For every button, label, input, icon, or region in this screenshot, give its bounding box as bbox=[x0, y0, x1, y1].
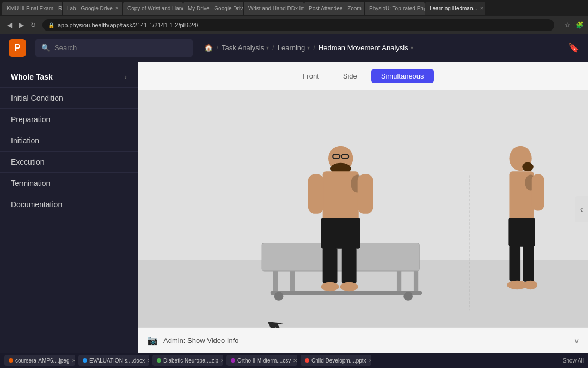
svg-rect-32 bbox=[523, 245, 534, 282]
taskbar-item-3[interactable]: Ortho II Midterm....csv ✕ bbox=[226, 355, 297, 366]
home-icon: 🏠 bbox=[204, 44, 213, 52]
tab-2-label: Lab - Google Drive bbox=[67, 5, 113, 11]
forward-button[interactable]: ▶ bbox=[16, 20, 26, 30]
tab-6-close[interactable]: ✕ bbox=[364, 5, 364, 11]
sidebar-initial-condition-label: Initial Condition bbox=[11, 94, 63, 102]
taskbar-close-0[interactable]: ✕ bbox=[72, 358, 76, 364]
address-bar: ◀ ▶ ↻ 🔒 app.physiou.health/app/task/2141… bbox=[0, 16, 588, 34]
tab-2-close[interactable]: ✕ bbox=[115, 5, 119, 11]
breadcrumb-sep-1: / bbox=[216, 44, 218, 52]
tab-7[interactable]: PhysioU: Top-rated Phy... ✕ bbox=[365, 2, 425, 15]
video-scene-svg bbox=[138, 91, 588, 328]
video-container: ‹ bbox=[138, 91, 588, 328]
sidebar-termination-label: Termination bbox=[11, 179, 50, 188]
taskbar-close-3[interactable]: ✕ bbox=[293, 358, 297, 364]
tab-simultaneous[interactable]: Simultaneous bbox=[371, 69, 434, 83]
breadcrumb-hedman[interactable]: Hedman Movement Analysis ▾ bbox=[318, 44, 413, 52]
extensions-icon[interactable]: 🧩 bbox=[575, 21, 584, 29]
svg-rect-30 bbox=[508, 218, 535, 247]
bookmark-icon[interactable]: 🔖 bbox=[568, 43, 579, 53]
sidebar-initiation-label: Initiation bbox=[11, 136, 39, 145]
tab-1[interactable]: KMU III Final Exam - Re... ✕ bbox=[2, 2, 62, 15]
svg-rect-5 bbox=[397, 271, 401, 293]
taskbar: coursera-AMP6....jpeg ✕ EVALUATION s....… bbox=[0, 353, 588, 368]
breadcrumb-task-label: Task Analysis bbox=[222, 44, 264, 52]
svg-rect-19 bbox=[321, 218, 360, 249]
sidebar-item-termination[interactable]: Termination bbox=[0, 173, 138, 194]
content-area: Front Side Simultaneous bbox=[138, 62, 588, 353]
svg-rect-6 bbox=[414, 271, 418, 293]
tab-7-label: PhysioU: Top-rated Phy... bbox=[369, 5, 425, 11]
sidebar-item-whole-task[interactable]: Whole Task › bbox=[0, 67, 138, 88]
taskbar-item-1[interactable]: EVALUATION s....docx ✕ bbox=[78, 355, 149, 366]
svg-point-23 bbox=[340, 282, 358, 292]
admin-camera-icon: 📷 bbox=[147, 335, 158, 346]
svg-point-26 bbox=[522, 162, 534, 172]
search-placeholder: Search bbox=[54, 44, 77, 52]
breadcrumb-hedman-chevron: ▾ bbox=[411, 45, 413, 51]
app-logo[interactable]: P bbox=[9, 39, 26, 57]
svg-rect-18 bbox=[358, 174, 373, 213]
breadcrumb-hedman-label: Hedman Movement Analysis bbox=[318, 44, 408, 52]
url-bar[interactable]: 🔒 app.physiou.health/app/task/2141-1/214… bbox=[42, 19, 554, 31]
tab-5[interactable]: Wrist and Hand DDx im... ✕ bbox=[244, 2, 304, 15]
url-text: app.physiou.health/app/task/2141-1/2141-… bbox=[58, 22, 198, 28]
breadcrumb: 🏠 / Task Analysis ▾ / Learning ▾ / Hedma… bbox=[204, 44, 568, 52]
breadcrumb-home[interactable]: 🏠 bbox=[204, 44, 213, 52]
taskbar-close-4[interactable]: ✕ bbox=[369, 358, 371, 364]
collapse-panel-button[interactable]: ‹ bbox=[575, 196, 588, 222]
sidebar-item-documentation[interactable]: Documentation bbox=[0, 194, 138, 215]
taskbar-dot-1 bbox=[83, 358, 87, 363]
sidebar: Whole Task › Initial Condition Preparati… bbox=[0, 62, 138, 353]
reload-button[interactable]: ↻ bbox=[28, 20, 38, 30]
nav-buttons: ◀ ▶ ↻ bbox=[4, 20, 38, 30]
browser-chrome: KMU III Final Exam - Re... ✕ Lab - Googl… bbox=[0, 0, 588, 34]
taskbar-close-2[interactable]: ✕ bbox=[220, 358, 223, 364]
taskbar-item-2[interactable]: Diabetic Neuropa....zip ✕ bbox=[152, 355, 223, 366]
sidebar-item-initiation[interactable]: Initiation bbox=[0, 130, 138, 152]
sidebar-preparation-label: Preparation bbox=[11, 115, 50, 124]
sidebar-documentation-label: Documentation bbox=[11, 200, 62, 209]
sidebar-item-initial-condition[interactable]: Initial Condition bbox=[0, 88, 138, 109]
svg-rect-29 bbox=[532, 174, 544, 210]
taskbar-item-0[interactable]: coursera-AMP6....jpeg ✕ bbox=[4, 355, 75, 366]
tab-8-close[interactable]: ✕ bbox=[480, 5, 484, 11]
sidebar-item-preparation[interactable]: Preparation bbox=[0, 109, 138, 130]
breadcrumb-task-chevron: ▾ bbox=[266, 45, 269, 51]
lock-icon: 🔒 bbox=[48, 22, 54, 28]
tab-1-label: KMU III Final Exam - Re... bbox=[7, 5, 62, 11]
sidebar-whole-task-chevron: › bbox=[125, 73, 127, 81]
tab-8[interactable]: Learning Hedman... ✕ bbox=[425, 2, 485, 15]
svg-point-8 bbox=[274, 292, 284, 301]
taskbar-label-3: Ortho II Midterm....csv bbox=[237, 358, 291, 364]
sidebar-item-execution[interactable]: Execution bbox=[0, 152, 138, 173]
search-bar[interactable]: 🔍 Search bbox=[35, 39, 193, 57]
tab-4[interactable]: My Drive - Google Drive ✕ bbox=[183, 2, 243, 15]
breadcrumb-learning[interactable]: Learning ▾ bbox=[278, 44, 310, 52]
view-tabs: Front Side Simultaneous bbox=[138, 62, 588, 91]
taskbar-label-0: coursera-AMP6....jpeg bbox=[15, 358, 70, 364]
tab-3-label: Copy of Wrist and Hand... bbox=[127, 5, 183, 11]
app-container: P 🔍 Search 🏠 / Task Analysis ▾ / Learnin… bbox=[0, 34, 588, 353]
breadcrumb-sep-3: / bbox=[313, 44, 315, 52]
taskbar-show-all[interactable]: Show All bbox=[563, 358, 584, 364]
taskbar-dot-0 bbox=[9, 358, 13, 363]
admin-bar-info[interactable]: 📷 Admin: Show Video Info bbox=[147, 335, 239, 346]
star-icon[interactable]: ☆ bbox=[563, 21, 572, 29]
sidebar-whole-task-label: Whole Task bbox=[11, 73, 53, 81]
back-button[interactable]: ◀ bbox=[4, 20, 14, 30]
search-icon: 🔍 bbox=[41, 44, 50, 52]
svg-rect-21 bbox=[342, 248, 357, 284]
admin-bar-chevron[interactable]: ∨ bbox=[574, 336, 579, 345]
tab-front[interactable]: Front bbox=[292, 69, 328, 83]
tab-3[interactable]: Copy of Wrist and Hand... ✕ bbox=[123, 2, 183, 15]
tab-6[interactable]: Post Attendee - Zoom ✕ bbox=[304, 2, 364, 15]
tab-5-label: Wrist and Hand DDx im... bbox=[248, 5, 304, 11]
taskbar-dot-4 bbox=[305, 358, 309, 363]
taskbar-close-1[interactable]: ✕ bbox=[147, 358, 149, 364]
browser-actions: ☆ 🧩 bbox=[563, 21, 584, 29]
tab-side[interactable]: Side bbox=[333, 69, 367, 83]
breadcrumb-task-analysis[interactable]: Task Analysis ▾ bbox=[222, 44, 269, 52]
taskbar-item-4[interactable]: Child Developm....pptx ✕ bbox=[301, 355, 371, 366]
tab-2[interactable]: Lab - Google Drive ✕ bbox=[63, 2, 122, 15]
